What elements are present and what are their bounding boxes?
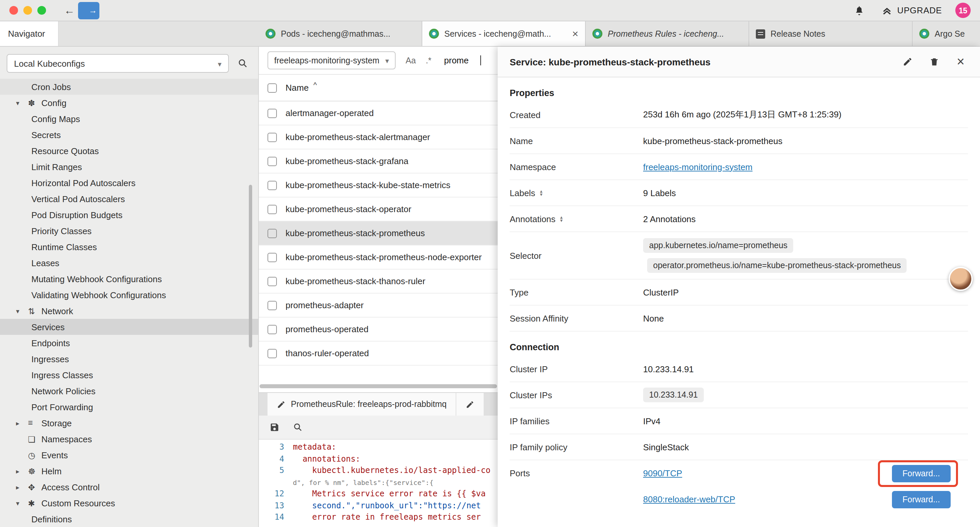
- notifications-bell-icon[interactable]: [851, 2, 868, 19]
- tab-prometheus-rules[interactable]: Prometheus Rules - icecheng...: [586, 21, 749, 46]
- tab-release-notes[interactable]: Release Notes: [749, 21, 913, 46]
- edit-pencil-icon: [277, 400, 286, 409]
- open-tabs: Pods - icecheng@mathmas... Services - ic…: [259, 21, 980, 46]
- forward-button[interactable]: Forward...: [892, 465, 951, 482]
- delete-icon[interactable]: [927, 54, 941, 69]
- sidebar-item-custom-resources[interactable]: Custom Resources: [0, 495, 258, 511]
- detail-row-cluster-ips: Cluster IPs 10.233.14.91: [510, 382, 968, 408]
- upgrade-icon: [881, 5, 892, 16]
- sidebar-item-validating-webhook-configurations[interactable]: Validating Webhook Configurations: [0, 287, 258, 303]
- sidebar-item-network-policies[interactable]: Network Policies: [0, 383, 258, 399]
- detail-row-selector: Selector app.kubernetes.io/name=promethe…: [510, 232, 968, 280]
- search-input[interactable]: prome: [444, 56, 469, 65]
- avatar[interactable]: [949, 267, 973, 291]
- sidebar-item-mutating-webhook-configurations[interactable]: Mutating Webhook Configurations: [0, 271, 258, 287]
- regex-toggle[interactable]: .*: [426, 56, 432, 65]
- sidebar-item-config-maps[interactable]: Config Maps: [0, 111, 258, 127]
- sidebar-item-limit-ranges[interactable]: Limit Ranges: [0, 159, 258, 175]
- row-checkbox[interactable]: [267, 301, 277, 310]
- helm-icon: [28, 466, 41, 476]
- row-checkbox[interactable]: [267, 228, 277, 238]
- sidebar-item-priority-classes[interactable]: Priority Classes: [0, 223, 258, 239]
- close-drawer-icon[interactable]: [953, 54, 968, 69]
- namespace-link[interactable]: freeleaps-monitoring-system: [643, 162, 752, 172]
- forward-button[interactable]: Forward...: [892, 490, 951, 508]
- sidebar-item-helm[interactable]: Helm: [0, 463, 258, 479]
- sidebar-item-ingresses[interactable]: Ingresses: [0, 351, 258, 367]
- chevron-right-icon: [16, 483, 28, 490]
- edit-icon[interactable]: [900, 54, 915, 69]
- editor-tab-partial[interactable]: [457, 393, 484, 416]
- row-checkbox[interactable]: [267, 180, 277, 190]
- tab-pods[interactable]: Pods - icecheng@mathmas...: [259, 21, 422, 46]
- upgrade-button[interactable]: UPGRADE: [881, 5, 942, 16]
- row-checkbox[interactable]: [267, 132, 277, 142]
- sidebar-item-definitions[interactable]: Definitions: [0, 511, 258, 527]
- sidebar-item-endpoints[interactable]: Endpoints: [0, 335, 258, 351]
- zoom-window-button[interactable]: [37, 6, 46, 15]
- expand-collapse-icon[interactable]: [560, 215, 563, 223]
- row-checkbox[interactable]: [267, 108, 277, 118]
- sidebar-item-secrets[interactable]: Secrets: [0, 127, 258, 143]
- save-icon[interactable]: [269, 422, 280, 432]
- detail-row-ports: Ports 9090/TCP Forward... 8080:reloader-…: [510, 460, 968, 512]
- tab-argo[interactable]: Argo Se: [913, 21, 980, 46]
- row-checkbox[interactable]: [267, 349, 277, 358]
- search-icon[interactable]: [293, 422, 303, 432]
- back-icon[interactable]: [61, 4, 78, 16]
- sidebar-item-network[interactable]: Network: [0, 303, 258, 319]
- traffic-lights: [10, 6, 46, 15]
- kubeconfig-selector[interactable]: Local Kubeconfigs: [7, 54, 229, 73]
- tab-services[interactable]: Services - icecheng@math...: [422, 21, 586, 46]
- port-line-9090: 9090/TCP Forward...: [643, 460, 968, 486]
- column-name[interactable]: Name: [286, 83, 309, 93]
- kubernetes-cluster-icon: [919, 29, 929, 39]
- sidebar-item-events[interactable]: Events: [0, 447, 258, 463]
- port-link-8080[interactable]: 8080:reloader-web/TCP: [643, 494, 735, 504]
- sidebar-item-resource-quotas[interactable]: Resource Quotas: [0, 143, 258, 159]
- row-checkbox[interactable]: [267, 277, 277, 286]
- sidebar-item-vertical-pod-autoscalers[interactable]: Vertical Pod Autoscalers: [0, 191, 258, 207]
- tab-strip: Navigator Pods - icecheng@mathmas... Ser…: [0, 21, 980, 47]
- sidebar-item-leases[interactable]: Leases: [0, 255, 258, 271]
- port-link-9090[interactable]: 9090/TCP: [643, 468, 682, 478]
- sidebar-item-port-forwarding[interactable]: Port Forwarding: [0, 399, 258, 415]
- kubernetes-cluster-icon: [429, 29, 439, 39]
- select-all-checkbox[interactable]: [267, 83, 277, 92]
- sidebar-scrollbar[interactable]: [249, 185, 252, 347]
- section-heading-properties: Properties: [510, 88, 968, 98]
- sidebar-item-storage[interactable]: Storage: [0, 415, 258, 431]
- chevron-down-icon: [16, 499, 28, 507]
- sidebar-item-services[interactable]: Services: [0, 319, 258, 335]
- sidebar-item-cron-jobs[interactable]: Cron Jobs: [0, 79, 258, 95]
- sidebar-item-config[interactable]: Config: [0, 95, 258, 111]
- row-checkbox[interactable]: [267, 325, 277, 334]
- forward-icon[interactable]: [78, 2, 99, 19]
- close-window-button[interactable]: [10, 6, 18, 15]
- row-checkbox[interactable]: [267, 156, 277, 166]
- sidebar-item-namespaces[interactable]: Namespaces: [0, 431, 258, 447]
- horizontal-scrollbar[interactable]: [259, 384, 497, 388]
- row-checkbox[interactable]: [267, 204, 277, 214]
- drawer-body: Properties Created 253d 16h 6m ago (2025…: [498, 77, 980, 527]
- namespace-filter[interactable]: freeleaps-monitoring-system: [267, 51, 396, 69]
- notification-count-badge[interactable]: 15: [955, 3, 970, 18]
- network-icon: [28, 306, 41, 316]
- sidebar-item-pod-disruption-budgets[interactable]: Pod Disruption Budgets: [0, 207, 258, 223]
- namespace-filter-value: freeleaps-monitoring-system: [274, 56, 379, 65]
- navigator-pane-header: Navigator: [0, 21, 59, 46]
- editor-tab-prometheusrule[interactable]: PrometheusRule: freeleaps-prod-rabbitmq: [267, 393, 456, 416]
- navigator-label: Navigator: [8, 29, 45, 39]
- minimize-window-button[interactable]: [23, 6, 32, 15]
- expand-collapse-icon[interactable]: [540, 189, 543, 196]
- row-checkbox[interactable]: [267, 253, 277, 262]
- sidebar-item-horizontal-pod-autoscalers[interactable]: Horizontal Pod Autoscalers: [0, 175, 258, 191]
- close-tab-icon[interactable]: [572, 28, 578, 40]
- sidebar-item-access-control[interactable]: Access Control: [0, 479, 258, 495]
- detail-row-annotations: Annotations 2 Annotations: [510, 206, 968, 232]
- sidebar-item-runtime-classes[interactable]: Runtime Classes: [0, 239, 258, 255]
- sidebar-item-ingress-classes[interactable]: Ingress Classes: [0, 367, 258, 383]
- match-case-toggle[interactable]: Aa: [406, 56, 416, 65]
- sort-asc-icon[interactable]: [313, 81, 317, 89]
- search-icon[interactable]: [234, 55, 251, 72]
